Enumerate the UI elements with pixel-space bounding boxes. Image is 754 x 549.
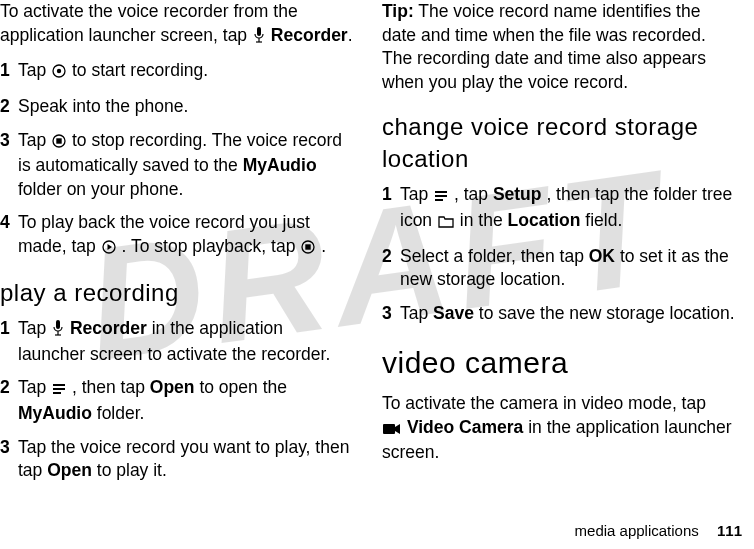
footer-section: media applications <box>575 522 699 539</box>
text: to start recording. <box>72 60 208 80</box>
svg-marker-21 <box>395 424 400 434</box>
intro-recorder-label: Recorder <box>271 25 348 45</box>
recorder-label: Recorder <box>70 318 147 338</box>
step-body: Select a folder, then tap OK to set it a… <box>400 245 736 292</box>
text: Tap <box>18 60 51 80</box>
text: Speak into the phone. <box>18 96 188 116</box>
location-label: Location <box>508 210 581 230</box>
step-number: 4 <box>0 211 18 235</box>
ok-label: OK <box>589 246 615 266</box>
text: , then tap <box>72 377 150 397</box>
change-storage-heading: change voice record storage location <box>382 111 736 176</box>
intro-post: . <box>348 25 353 45</box>
page-content: To activate the voice recorder from the … <box>0 0 754 493</box>
tip-text: The voice record name identifies the dat… <box>382 1 706 92</box>
step-2: 2 Speak into the phone. <box>0 95 354 119</box>
step-4: 4 To play back the voice record you just… <box>0 211 354 260</box>
text: Tap <box>18 130 51 150</box>
record-icon <box>52 61 66 85</box>
play-recording-heading: play a recording <box>0 277 354 309</box>
text: To activate the camera in video mode, ta… <box>382 393 706 413</box>
svg-rect-0 <box>257 27 261 36</box>
myaudio-label: MyAudio <box>18 403 92 423</box>
text: field. <box>585 210 622 230</box>
step-number: 1 <box>0 59 18 83</box>
open-label: Open <box>150 377 195 397</box>
step-body: Tap the voice record you want to play, t… <box>18 436 354 483</box>
pstep-1: 1 Tap Recorder in the application launch… <box>0 317 354 366</box>
text: to open the <box>199 377 287 397</box>
pstep-3: 3 Tap the voice record you want to play,… <box>0 436 354 483</box>
page-number: 111 <box>717 522 742 539</box>
text: . <box>321 236 326 256</box>
step-body: Tap to start recording. <box>18 59 354 85</box>
step-number: 3 <box>0 436 18 460</box>
step-3: 3 Tap to stop recording. The voice recor… <box>0 129 354 202</box>
left-column: To activate the voice recorder from the … <box>0 0 354 493</box>
step-number: 2 <box>382 245 400 269</box>
recorder-icon <box>253 26 265 50</box>
step-body: Speak into the phone. <box>18 95 354 119</box>
step-body: Tap , tap Setup , then tap the folder tr… <box>400 183 736 234</box>
step-number: 2 <box>0 95 18 119</box>
intro-paragraph: To activate the voice recorder from the … <box>0 0 354 49</box>
step-number: 3 <box>0 129 18 153</box>
folder-icon <box>438 211 454 235</box>
stop-icon <box>301 237 315 261</box>
text: Select a folder, then tap <box>400 246 589 266</box>
svg-rect-10 <box>306 244 311 249</box>
step-body: Tap Recorder in the application launcher… <box>18 317 354 366</box>
step-number: 1 <box>382 183 400 207</box>
text: Tap <box>400 303 433 323</box>
page-footer: media applications 111 <box>575 522 742 539</box>
right-column: Tip: The voice record name identifies th… <box>382 0 736 493</box>
step-number: 3 <box>382 302 400 326</box>
step-body: To play back the voice record you just m… <box>18 211 354 260</box>
setup-label: Setup <box>493 184 542 204</box>
step-number: 2 <box>0 376 18 400</box>
menu-icon <box>52 378 66 402</box>
pstep-2: 2 Tap , then tap Open to open the MyAudi… <box>0 376 354 425</box>
text: in the application launcher screen to ac… <box>18 318 330 364</box>
tip-paragraph: Tip: The voice record name identifies th… <box>382 0 736 95</box>
myaudio-label: MyAudio <box>243 155 317 175</box>
video-paragraph: To activate the camera in video mode, ta… <box>382 392 736 465</box>
step-body: Tap Save to save the new storage locatio… <box>400 302 736 326</box>
menu-icon <box>434 185 448 209</box>
open-label: Open <box>47 460 92 480</box>
text: Tap <box>400 184 433 204</box>
recorder-icon <box>52 319 64 343</box>
stop-icon <box>52 131 66 155</box>
step-body: Tap to stop recording. The voice record … <box>18 129 354 202</box>
svg-point-4 <box>57 69 61 73</box>
svg-rect-11 <box>56 320 60 329</box>
cstep-3: 3 Tap Save to save the new storage locat… <box>382 302 736 326</box>
text: to play it. <box>97 460 167 480</box>
step-number: 1 <box>0 317 18 341</box>
text: , tap <box>454 184 493 204</box>
video-camera-icon <box>383 418 401 442</box>
cstep-2: 2 Select a folder, then tap OK to set it… <box>382 245 736 292</box>
text: Tap <box>18 318 51 338</box>
text: folder. <box>97 403 145 423</box>
video-camera-label: Video Camera <box>407 417 523 437</box>
text: . To stop playback, tap <box>122 236 301 256</box>
step-1: 1 Tap to start recording. <box>0 59 354 85</box>
play-icon <box>102 237 116 261</box>
text: folder on your phone. <box>18 179 183 199</box>
text: to save the new storage location. <box>479 303 735 323</box>
save-label: Save <box>433 303 474 323</box>
svg-rect-6 <box>56 138 61 143</box>
tip-label: Tip: <box>382 1 414 21</box>
step-body: Tap , then tap Open to open the MyAudio … <box>18 376 354 425</box>
svg-rect-20 <box>383 424 395 434</box>
text: Tap <box>18 377 51 397</box>
cstep-1: 1 Tap , tap Setup , then tap the folder … <box>382 183 736 234</box>
svg-marker-8 <box>107 244 112 250</box>
video-camera-heading: video camera <box>382 343 736 384</box>
text: in the <box>460 210 508 230</box>
